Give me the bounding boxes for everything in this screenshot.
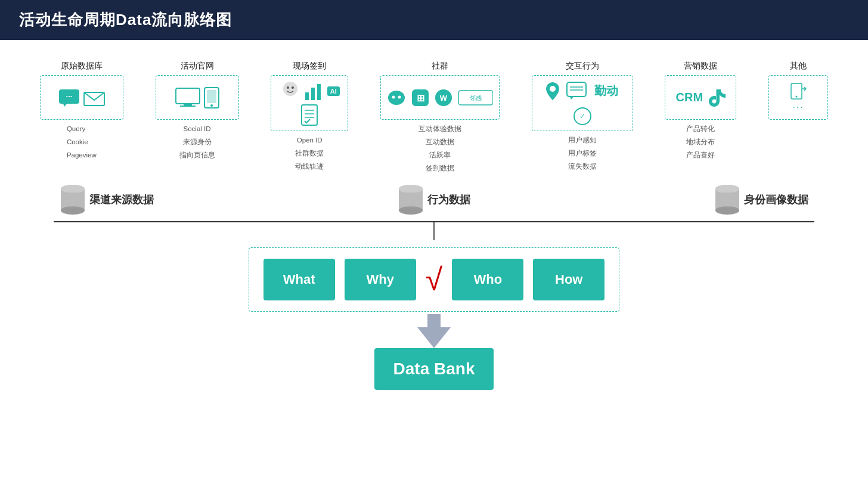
profile-db-icon: [714, 184, 740, 215]
svg-rect-16: [302, 105, 317, 125]
svg-point-48: [399, 206, 423, 215]
source-title-website: 活动官网: [181, 61, 214, 72]
source-community: 社群 ⊞ W: [380, 61, 500, 175]
svg-point-22: [398, 95, 401, 98]
svg-point-51: [399, 199, 423, 207]
tag-cookie: Cookie: [67, 136, 97, 149]
tag-checkin-data: 签到数据: [418, 162, 461, 175]
behavior-db-label: 行为数据: [427, 193, 470, 207]
sources-row: 原始数据库 ··· Query Cookie: [24, 61, 844, 175]
svg-text:···: ···: [66, 92, 72, 101]
source-original-db: 原始数据库 ··· Query Cookie: [40, 61, 123, 162]
tag-social-id: Social ID: [179, 123, 215, 136]
sqrt-symbol: √: [426, 264, 443, 295]
source-other: 其他 ···: [768, 61, 828, 123]
svg-point-44: [61, 192, 85, 200]
source-box-checkin: AI: [271, 75, 348, 131]
svg-point-11: [287, 86, 289, 89]
svg-point-10: [283, 82, 297, 96]
tag-pageview: Pageview: [67, 149, 97, 162]
tag-interact-data: 互动数据: [418, 136, 461, 149]
svg-rect-14: [311, 88, 315, 100]
source-interaction: 交互行为 勤动: [532, 61, 633, 173]
behavior-db-icon: [398, 184, 424, 215]
miniapp-icon: ⊞: [411, 88, 430, 107]
face-ai-icon: [280, 80, 301, 102]
source-title-marketing: 营销数据: [684, 61, 717, 72]
svg-rect-30: [567, 82, 586, 97]
arrow-head: [417, 327, 451, 348]
channel-db-icon: [60, 184, 86, 215]
source-title-interaction: 交互行为: [566, 61, 599, 72]
main-content: 原始数据库 ··· Query Cookie: [0, 40, 868, 408]
svg-marker-33: [570, 97, 574, 100]
db-section: 渠道来源数据 行为数据: [24, 184, 844, 240]
svg-point-8: [210, 104, 213, 107]
svg-point-50: [399, 192, 423, 200]
tag-interactive-exp: 互动体验数据: [418, 123, 461, 136]
location-icon: [544, 80, 562, 102]
why-box: Why: [345, 259, 416, 300]
svg-rect-15: [317, 84, 321, 100]
tag-open-id: Open ID: [295, 134, 324, 147]
tag-user-tag: 用户标签: [568, 147, 597, 160]
tag-churn-data: 流失数据: [568, 160, 597, 173]
how-box: How: [533, 259, 604, 300]
ai-label: AI: [327, 86, 340, 96]
svg-point-12: [292, 86, 294, 89]
source-box-other: ···: [768, 75, 828, 120]
db-nodes-row: 渠道来源数据 行为数据: [24, 184, 844, 215]
diagram-wrapper: 原始数据库 ··· Query Cookie: [24, 61, 844, 396]
svg-point-55: [715, 185, 739, 193]
svg-point-57: [715, 199, 739, 207]
what-box: What: [264, 259, 335, 300]
databank-box: Data Bank: [374, 348, 494, 390]
arrow-stem: [427, 314, 441, 327]
brand2-icon: ✓: [573, 107, 592, 126]
checklist-icon: [300, 104, 318, 126]
svg-point-20: [388, 91, 405, 105]
source-title-other: 其他: [790, 61, 807, 72]
email-icon: [83, 89, 105, 106]
svg-point-38: [796, 95, 798, 97]
svg-rect-4: [176, 88, 200, 104]
tag-product-conversion: 产品转化: [686, 123, 715, 136]
tag-region-dist: 地域分布: [686, 136, 715, 149]
chat-icon: ···: [58, 89, 80, 107]
source-box-community: ⊞ W 邻感: [380, 75, 500, 120]
tiktok-icon: [709, 88, 726, 107]
phone-transfer-icon: [790, 83, 807, 100]
source-title-checkin: 现场签到: [293, 61, 326, 72]
source-title-original: 原始数据库: [61, 61, 103, 72]
svg-point-49: [399, 185, 423, 193]
page-header: 活动生命周期Data流向脉络图: [0, 0, 868, 40]
source-tags-interaction: 用户感知 用户标签 流失数据: [568, 134, 597, 173]
brand1-icon: 勤动: [591, 82, 621, 101]
tag-user-perception: 用户感知: [568, 134, 597, 147]
svg-point-56: [715, 192, 739, 200]
analysis-container: What Why √ Who How: [249, 247, 620, 312]
svg-rect-9: [207, 90, 216, 103]
svg-text:勤动: 勤动: [594, 84, 618, 97]
monitor-icon: [175, 88, 200, 108]
source-box-original: ···: [40, 75, 123, 120]
svg-point-29: [550, 86, 556, 92]
source-checkin: 现场签到 AI: [271, 61, 348, 173]
source-box-marketing: CRM: [665, 75, 736, 120]
profile-db-label: 身份画像数据: [744, 193, 808, 207]
svg-text:邻感: 邻感: [470, 95, 482, 101]
tag-query: Query: [67, 123, 97, 136]
weibo-icon: W: [434, 88, 453, 107]
source-box-interaction: 勤动 ✓: [532, 75, 633, 131]
source-tags-marketing: 产品转化 地域分布 产品喜好: [686, 123, 715, 162]
source-tags-original: Query Cookie Pageview: [67, 123, 97, 162]
svg-text:⊞: ⊞: [416, 93, 424, 103]
tag-route: 动线轨迹: [295, 160, 324, 173]
vertical-connector: [433, 222, 435, 240]
svg-text:✓: ✓: [579, 112, 585, 120]
svg-point-45: [61, 199, 85, 207]
source-tags-checkin: Open ID 社群数据 动线轨迹: [295, 134, 324, 173]
tag-community-data: 社群数据: [295, 147, 324, 160]
analysis-row: What Why √ Who How: [24, 247, 844, 312]
crm-icon: CRM: [676, 91, 703, 104]
